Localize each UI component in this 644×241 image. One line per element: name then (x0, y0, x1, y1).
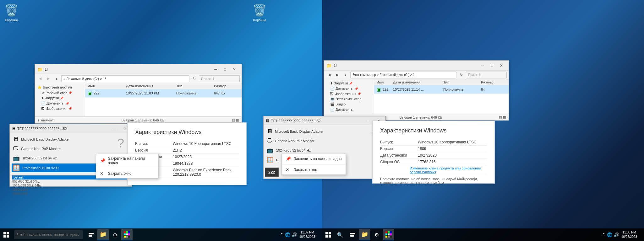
sidebar-documents2-right[interactable]: 📄 Документы (324, 107, 374, 112)
sidebar-images[interactable]: 🖼 Изображения 📌 (35, 106, 85, 111)
res-800-left[interactable]: 800x600 32bit 64hz (12, 179, 129, 184)
explorer-right-main: Имя Дата изменения Тип Размер ▣ 222 10/2… (374, 79, 509, 114)
taskbar-settings-left[interactable]: ⚙ (109, 229, 121, 240)
explorer-left-minimize[interactable]: ─ (211, 65, 220, 74)
col-date-left: Дата изменения (126, 84, 176, 88)
chevron-icon-left[interactable]: ⌃ (280, 232, 284, 237)
chars-label-version-left: Версия (135, 148, 173, 153)
taskbar-search-right[interactable]: 🔍 (335, 229, 346, 240)
file-row-222-left[interactable]: ▣ 222 10/27/2023 11:03 PM Приложение 647… (85, 89, 242, 98)
nav-back-left[interactable]: ◀ (37, 75, 44, 82)
address-bar-left[interactable]: « Локальный диск (C:) > 1! (61, 75, 189, 82)
nav-up-right[interactable]: ▲ (342, 72, 349, 78)
ctx-close-right[interactable]: ✕ Закрыть окно (282, 165, 346, 174)
taskbar-tft-right[interactable] (383, 229, 394, 240)
explorer-right-controls: ─ □ ✕ (478, 61, 506, 70)
network-icon-left[interactable]: 🌐 (285, 232, 290, 237)
ctx-close-left[interactable]: ✕ Закрыть окно (96, 169, 158, 178)
taskbar-time-right[interactable]: 11:38 PM 10/27/2023 (621, 230, 637, 239)
recycle-bin-icon-left: 🗑️ (4, 4, 19, 17)
chars-value-pack-left: Windows Feature Experience Pack120.2212.… (173, 168, 239, 177)
tft-help-left[interactable]: ? (113, 135, 128, 151)
explorer-left-titlebar: 📁 1! ─ □ ✕ (35, 64, 242, 74)
nav-up-left[interactable]: ▲ (53, 75, 60, 82)
search-bar-left[interactable]: Поиск: 1! (199, 75, 240, 82)
nav-forward-left[interactable]: ▶ (45, 75, 52, 82)
sidebar-documents[interactable]: 📄 Документы 📌 (35, 101, 85, 106)
explorer-left-close[interactable]: ✕ (230, 65, 239, 74)
search-bar-right[interactable]: Поиск: 1! (466, 72, 507, 78)
refresh-right[interactable]: ↻ (458, 72, 465, 78)
taskbar-search-left[interactable] (14, 230, 83, 239)
volume-icon-left[interactable]: 🔊 (292, 232, 297, 237)
volume-icon-right[interactable]: 🔊 (614, 232, 619, 237)
taskbar-time-left[interactable]: 11:37 PM 10/27/2023 (299, 230, 315, 239)
tft-left-minimize[interactable]: ─ (110, 124, 119, 133)
ctx-pin-icon-left: 📌 (100, 158, 105, 163)
sidebar-docs-right[interactable]: 📄 Документы 📌 (324, 86, 374, 91)
view-icons-right[interactable]: ▤ ▦ (499, 115, 506, 119)
explorer-left-title: 1! (45, 67, 211, 72)
time-left: 11:37 PM (299, 230, 315, 235)
task-view-icon-right (350, 233, 355, 237)
time-right: 11:38 PM (621, 230, 637, 235)
task-view-left[interactable] (85, 229, 97, 240)
chars-link1-right[interactable]: Изменение ключа продукта или обновление … (410, 166, 487, 174)
sidebar-images-right[interactable]: 🖼 Изображения 📌 (324, 91, 374, 96)
explorer-left-sidebar: ⭐ Быстрый доступ 🖥 Рабочий стол 📌 ⬇ Загр… (35, 83, 85, 116)
refresh-left[interactable]: ↻ (191, 75, 198, 82)
explorer-right-maximize[interactable]: □ (487, 61, 497, 70)
file-date-222-left: 10/27/2023 11:03 PM (126, 91, 176, 95)
tft-icon-monitor-right: 🖵 (267, 137, 272, 144)
task-view-right[interactable] (347, 229, 358, 240)
sidebar-downloads-right[interactable]: ⬇ Загрузки 📌 (324, 81, 374, 86)
chevron-icon-right[interactable]: ⌃ (602, 232, 606, 237)
taskbar-tft-left[interactable] (121, 229, 133, 240)
tft-label-build-left: Professional Build 9200 (22, 166, 59, 170)
status-selected-left: Выбран 1 элемент: 646 КБ (121, 118, 164, 122)
chars-label-build-right: Сборка ОС (380, 160, 418, 164)
chars-value-edition-right: Windows 10 Корпоративная LTSC (418, 140, 487, 144)
taskbar-explorer-right[interactable]: 📁 (359, 229, 370, 240)
tft-item-adapter-left[interactable]: 🖥 Microsoft Basic Display Adapter (12, 135, 130, 143)
taskbar-settings-right[interactable]: ⚙ (371, 229, 382, 240)
recycle-bin-right[interactable]: 🗑️ Корзина (251, 3, 268, 23)
tft-label-res-right: 1024x768 32 bit 64 Hz (276, 148, 311, 152)
res-1600-left[interactable]: 1600x1200 (12, 192, 129, 196)
nav-forward-right[interactable]: ▶ (334, 72, 341, 78)
res-1280-left[interactable]: 1280x1024 (12, 188, 129, 192)
ctx-pin-left[interactable]: 📌 Закрепить на панели задач (96, 154, 158, 167)
file-row-222-right[interactable]: ▣ 222 10/27/2023 11:14 ... Приложение 64 (374, 85, 509, 94)
network-icon-right[interactable]: 🌐 (607, 232, 612, 237)
tft-item-adapter-right[interactable]: 🖥 Microsoft Basic Display Adapter (265, 127, 384, 136)
ctx-close-label-right: Закрыть окно (294, 168, 317, 172)
explorer-left-maximize[interactable]: □ (220, 65, 230, 74)
start-button-right[interactable] (322, 228, 335, 241)
tft-right-minimize[interactable]: ─ (363, 116, 373, 125)
recycle-bin-left[interactable]: 🗑️ Корзина (3, 3, 20, 23)
sidebar-video-right[interactable]: 🎬 Видео (324, 102, 374, 107)
tft-item-monitor-left[interactable]: 🖵 Generic Non-PnP Monitor (12, 144, 130, 153)
nav-back-right[interactable]: ◀ (326, 72, 333, 78)
sidebar-desktop[interactable]: 🖥 Рабочий стол 📌 (35, 90, 85, 95)
taskbar-explorer-left[interactable]: 📁 (97, 229, 109, 240)
quick-access-header[interactable]: ⭐ Быстрый доступ (35, 84, 85, 90)
tft-item-res-right[interactable]: 📺 1024x768 32 bit 64 Hz (265, 146, 384, 155)
tft-item-monitor-right[interactable]: 🖵 Generic Non-PnP Monitor (265, 137, 384, 145)
col-size-right: Размер (481, 80, 506, 84)
file-type-222-right: Приложение (443, 88, 481, 91)
res-1024-left[interactable]: 1024x768 32bit 64hz (12, 184, 129, 188)
sidebar-downloads[interactable]: ⬇ Загрузки 📌 (35, 95, 85, 101)
address-bar-right[interactable]: Этот компьютер > Локальный диск (C:) > 1… (350, 72, 456, 78)
view-icons-left[interactable]: ▤ ▦ (232, 118, 239, 122)
sidebar-computer-right[interactable]: 💻 Этот компьютер (324, 96, 374, 102)
chars-label-link1-right (380, 166, 410, 174)
explorer-right-close[interactable]: ✕ (497, 61, 506, 70)
start-button-left[interactable] (0, 228, 13, 241)
explorer-right-sidebar: ⬇ Загрузки 📌 📄 Документы 📌 🖼 Изображения… (324, 79, 374, 114)
file-type-222-left: Приложение (176, 91, 214, 95)
explorer-right-minimize[interactable]: ─ (478, 61, 487, 70)
tft-right-icon: 🖥 (265, 118, 270, 123)
chars-value-build-right: 17763.316 (418, 160, 487, 164)
ctx-pin-right[interactable]: 📌 Закрепить на панели задач (282, 154, 346, 163)
